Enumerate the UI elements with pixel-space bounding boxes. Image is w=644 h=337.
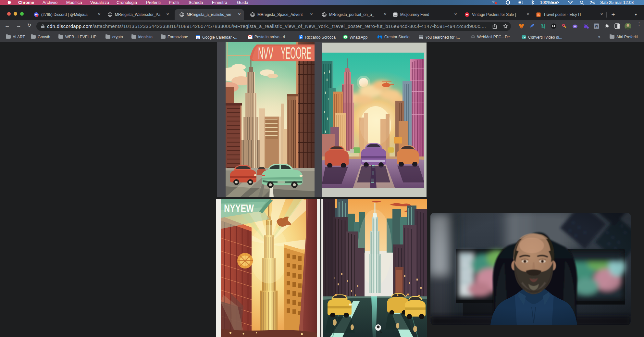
svg-text:5: 5 — [587, 26, 588, 29]
svg-text:YEOORE: YEOORE — [281, 44, 311, 62]
svg-text:W: W — [595, 25, 598, 28]
svg-text:NYYEW: NYYEW — [224, 202, 254, 214]
svg-text:31: 31 — [197, 36, 200, 39]
svg-text:NVV: NVV — [258, 44, 273, 62]
svg-text:E: E — [538, 13, 540, 17]
